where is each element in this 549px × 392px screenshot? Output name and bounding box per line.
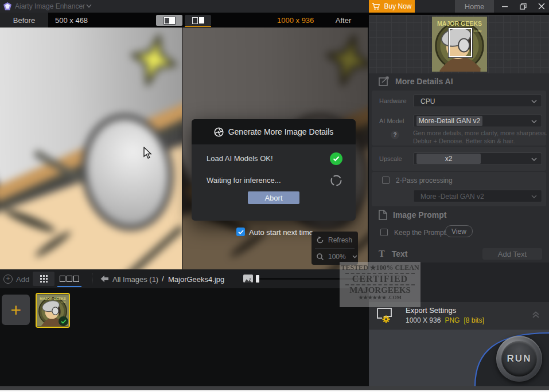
ai-model-description-1: Gen more details, more clarity, more sha…	[413, 130, 547, 136]
aperture-icon	[214, 127, 224, 137]
keep-prompt-row: Keep the Prompt View	[369, 227, 549, 242]
upscale-dropdown[interactable]: x2	[413, 152, 542, 165]
success-check-icon	[330, 152, 342, 165]
refresh-button[interactable]: Refresh	[312, 232, 358, 248]
home-label: Home	[465, 2, 485, 11]
zoom-value: 100%	[328, 253, 346, 261]
image-thumbnail-selected[interactable]: MAJOR GEEKS .COM	[36, 293, 70, 328]
after-tab[interactable]: After	[319, 13, 368, 28]
add-text-label: Add Text	[498, 250, 527, 258]
list-view-button[interactable]	[57, 272, 81, 286]
watermark-line3: MAJORGEEKS	[340, 286, 420, 295]
thumbnail-size-icon	[243, 275, 253, 283]
auto-start-label: Auto start next time	[249, 228, 313, 237]
breadcrumb-all-images[interactable]: All Images (1)	[112, 275, 158, 284]
image-prompt-section-header: Image Prompt	[379, 210, 446, 220]
run-button[interactable]: RUN	[496, 336, 542, 382]
before-canvas[interactable]	[0, 28, 182, 269]
list-view-active-underline	[57, 286, 81, 287]
breadcrumb-separator: /	[162, 275, 164, 283]
export-settings-icon	[376, 307, 396, 323]
add-text-button[interactable]: Add Text	[482, 248, 542, 260]
maximize-button[interactable]	[515, 0, 531, 13]
chevron-down-icon	[531, 158, 537, 162]
separator	[92, 273, 92, 284]
before-tab[interactable]: Before	[0, 13, 48, 28]
grid-view-button[interactable]	[33, 272, 54, 286]
logo-domain-text: .COM	[61, 301, 66, 304]
home-button[interactable]: Home	[455, 0, 494, 13]
collapse-chevrons-icon[interactable]	[532, 311, 540, 319]
hardware-label: Hardware	[379, 97, 407, 104]
plus-icon: +	[10, 301, 21, 319]
preview-panel: MAJOR GEEKS .COM	[369, 15, 549, 73]
generate-details-dialog: Generate More Image Details Load AI Mode…	[192, 119, 356, 221]
dialog-title-bar: Generate More Image Details	[192, 119, 356, 144]
after-dimensions: 1000 x 936	[277, 16, 314, 25]
document-icon	[379, 210, 387, 220]
status-waiting: Waiting for inference...	[207, 176, 281, 185]
list-view-icon	[60, 276, 65, 282]
add-image-button[interactable]: + Add	[3, 275, 29, 284]
zoom-magnifier-icon	[316, 253, 324, 261]
view-prompt-button[interactable]: View	[445, 225, 473, 237]
run-panel: RUN	[369, 330, 549, 386]
dialog-title: Generate More Image Details	[228, 127, 334, 136]
ai-model-dropdown[interactable]: More-Detail GAN v2	[413, 115, 542, 127]
after-label: After	[336, 16, 351, 25]
buy-now-button[interactable]: Buy Now	[369, 0, 415, 13]
chevron-down-icon	[531, 120, 537, 124]
abort-label: Abort	[264, 194, 282, 202]
maximize-icon	[520, 3, 527, 10]
preview-image[interactable]: MAJOR GEEKS .COM	[432, 17, 487, 72]
split-view-toggle[interactable]	[185, 15, 211, 26]
export-settings-summary: 1000 X 936 PNG [8 bits]	[406, 316, 484, 324]
chevron-down-icon	[531, 100, 537, 104]
auto-start-checkbox[interactable]	[236, 228, 245, 236]
split-view-icon	[192, 17, 204, 24]
crop-region-box[interactable]	[449, 28, 472, 57]
refresh-label: Refresh	[328, 236, 352, 244]
close-button[interactable]	[534, 0, 549, 13]
majorgeeks-watermark: TESTED ★100% CLEAN CERTIFIED MAJORGEEKS …	[340, 262, 420, 307]
buy-now-label: Buy Now	[384, 2, 411, 10]
single-view-toggle[interactable]	[156, 15, 182, 26]
add-image-tile[interactable]: +	[2, 295, 30, 325]
hardware-dropdown[interactable]: CPU	[413, 95, 542, 107]
more-details-section-header: More Details AI	[379, 76, 453, 86]
upscale-value-chip: x2	[416, 154, 481, 164]
cart-icon	[372, 3, 380, 10]
help-icon[interactable]: ?	[391, 131, 399, 139]
filmstrip-toolbar: + Add All Images (1) / MajorGeeks4.jpg	[0, 269, 369, 288]
app-window: Aiarty Image Enhancer Buy Now Home	[0, 0, 549, 392]
text-section-header: T Text	[379, 249, 407, 259]
status-models-loaded: Load AI Models OK!	[207, 154, 273, 163]
bottom-bar	[0, 386, 549, 390]
two-pass-model-value: More -Detail GAN v2	[420, 193, 484, 201]
thumbnail-size-slider-handle[interactable]	[256, 275, 259, 283]
logo-arc-text: MAJOR GEEKS	[437, 20, 482, 27]
export-settings-title: Export Settings	[406, 306, 456, 315]
two-pass-label: 2-Pass processing	[396, 177, 453, 185]
text-title: Text	[392, 249, 408, 258]
title-bar: Aiarty Image Enhancer Buy Now Home	[0, 0, 549, 13]
image-prompt-title: Image Prompt	[393, 210, 446, 219]
view-label: View	[451, 228, 466, 236]
model-panel: Hardware CPU AI Model More-Detail GAN v2…	[372, 91, 546, 146]
keep-prompt-checkbox[interactable]	[380, 229, 388, 236]
spinner-icon	[330, 174, 342, 187]
back-arrow-icon[interactable]	[100, 275, 109, 283]
app-menu-chevron-icon[interactable]	[86, 4, 92, 8]
watermark-line4: ★★★★★★ .COM	[340, 295, 420, 300]
upscale-label: Upscale	[379, 155, 402, 162]
close-icon	[538, 3, 545, 10]
split-view-active-underline	[185, 26, 211, 27]
chevron-down-icon	[352, 255, 357, 258]
zoomed-image-scene	[0, 28, 182, 269]
two-pass-panel: 2-Pass processing More -Detail GAN v2	[372, 172, 546, 206]
abort-button[interactable]: Abort	[248, 191, 299, 204]
two-pass-checkbox[interactable]	[382, 177, 390, 184]
two-pass-model-dropdown[interactable]: More -Detail GAN v2	[413, 190, 542, 202]
processed-check-badge	[59, 316, 68, 326]
minimize-button[interactable]	[497, 0, 513, 13]
